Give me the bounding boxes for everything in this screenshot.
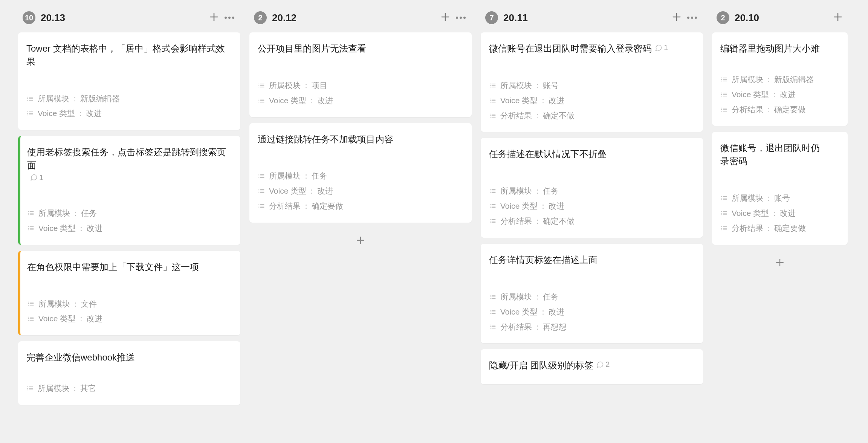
- list-icon: [258, 172, 265, 180]
- card-title: 编辑器里拖动图片大小难: [720, 42, 839, 55]
- card-fields: 所属模块：文件Voice 类型：改进: [27, 296, 232, 327]
- field-row: Voice 类型：改进: [27, 221, 232, 236]
- svg-point-150: [721, 109, 722, 110]
- field-separator: ：: [77, 311, 85, 326]
- field-value: 确定要做: [774, 102, 806, 117]
- task-card[interactable]: 任务描述在默认情况下不折叠所属模块：任务Voice 类型：改进分析结果：确定不做: [481, 138, 703, 237]
- card-title-text: 完善企业微信webhook推送: [26, 351, 135, 364]
- svg-point-32: [28, 317, 29, 318]
- task-card[interactable]: 隐藏/开启 团队级别的标签2: [481, 349, 703, 384]
- field-separator: ：: [770, 87, 778, 102]
- field-separator: ：: [765, 72, 773, 87]
- card-title: 微信账号，退出团队时仍录密码: [720, 142, 839, 168]
- svg-point-20: [28, 226, 29, 227]
- add-card-button[interactable]: [249, 229, 472, 252]
- card-fields: 所属模块：任务Voice 类型：改进分析结果：再想想: [489, 289, 695, 335]
- task-card[interactable]: 在角色权限中需要加上「下载文件」这一项所属模块：文件Voice 类型：改进: [18, 251, 240, 336]
- card-title-text: 编辑器里拖动图片大小难: [720, 42, 820, 55]
- list-icon: [489, 112, 497, 119]
- task-card[interactable]: 使用老标签搜索任务，点击标签还是跳转到搜索页面1所属模块：任务Voice 类型：…: [18, 136, 240, 244]
- column-header: 720.11: [481, 8, 703, 32]
- field-value: 确定要做: [774, 221, 806, 236]
- field-value: 新版编辑器: [80, 91, 120, 106]
- column-title[interactable]: 20.13: [41, 12, 209, 24]
- column-title[interactable]: 20.11: [503, 12, 671, 24]
- field-label: Voice 类型: [269, 183, 306, 199]
- kanban-board: 1020.13Tower 文档的表格中，「居中」格式会影响样式效果所属模块：新版…: [0, 0, 868, 443]
- task-card[interactable]: Tower 文档的表格中，「居中」格式会影响样式效果所属模块：新版编辑器Voic…: [18, 32, 240, 130]
- svg-point-104: [490, 204, 491, 205]
- svg-point-14: [28, 211, 29, 212]
- task-card[interactable]: 微信账号，退出团队时仍录密码所属模块：账号Voice 类型：改进分析结果：确定要…: [712, 132, 848, 244]
- card-fields: 所属模块：新版编辑器Voice 类型：改进: [26, 91, 232, 121]
- svg-point-24: [28, 229, 29, 230]
- card-title-text: 隐藏/开启 团队级别的标签: [489, 359, 593, 372]
- card-title-text-line2: 录密码: [720, 155, 747, 168]
- svg-point-8: [27, 112, 28, 112]
- field-value: 改进: [87, 311, 102, 326]
- field-label: 所属模块: [500, 78, 532, 93]
- more-icon[interactable]: [686, 15, 698, 20]
- field-separator: ：: [770, 206, 778, 221]
- card-title: 完善企业微信webhook推送: [26, 351, 232, 364]
- list-icon: [27, 209, 35, 217]
- task-card[interactable]: 完善企业微信webhook推送所属模块：其它: [18, 341, 240, 405]
- plus-icon[interactable]: [209, 12, 219, 24]
- field-value: 改进: [549, 199, 564, 214]
- comment-icon: 1: [655, 42, 668, 53]
- field-row: Voice 类型：改进: [258, 183, 463, 199]
- field-separator: ：: [533, 108, 541, 123]
- svg-point-152: [721, 111, 722, 112]
- list-icon: [489, 82, 497, 89]
- task-card[interactable]: 任务详情页标签在描述上面所属模块：任务Voice 类型：改进分析结果：再想想: [481, 244, 703, 343]
- card-title-text: 使用老标签搜索任务，点击标签还是跳转到搜索页面: [27, 146, 232, 172]
- svg-point-22: [28, 228, 29, 229]
- list-icon: [27, 225, 35, 232]
- plus-icon[interactable]: [833, 12, 843, 24]
- field-row: 所属模块：账号: [489, 78, 695, 93]
- field-value: 改进: [780, 206, 796, 221]
- column-actions: [209, 12, 236, 24]
- more-icon[interactable]: [223, 15, 236, 20]
- svg-point-6: [27, 100, 28, 101]
- task-card[interactable]: 通过链接跳转任务不加载项目内容所属模块：任务Voice 类型：改进分析结果：确定…: [249, 123, 472, 223]
- svg-point-156: [721, 198, 722, 199]
- task-card[interactable]: 编辑器里拖动图片大小难所属模块：新版编辑器Voice 类型：改进分析结果：确定要…: [712, 32, 848, 126]
- field-separator: ：: [72, 296, 79, 312]
- svg-point-50: [258, 87, 259, 87]
- field-row: 分析结果：确定要做: [720, 102, 839, 117]
- svg-point-96: [490, 117, 491, 118]
- svg-point-136: [721, 78, 722, 78]
- more-icon[interactable]: [454, 15, 467, 20]
- plus-icon[interactable]: [440, 12, 451, 24]
- svg-point-58: [258, 174, 259, 175]
- svg-point-12: [27, 115, 28, 116]
- svg-point-48: [258, 85, 259, 86]
- svg-point-54: [258, 100, 259, 101]
- svg-point-46: [258, 84, 259, 84]
- field-label: Voice 类型: [732, 206, 769, 221]
- svg-point-74: [258, 207, 259, 208]
- task-card[interactable]: 公开项目里的图片无法查看所属模块：项目Voice 类型：改进: [249, 32, 472, 117]
- field-row: 所属模块：新版编辑器: [720, 72, 839, 87]
- field-separator: ：: [71, 381, 79, 396]
- field-label: 分析结果: [732, 102, 763, 117]
- svg-point-132: [490, 328, 491, 329]
- field-value: 项目: [312, 78, 327, 93]
- card-fields: 所属模块：任务Voice 类型：改进: [27, 206, 232, 236]
- field-separator: ：: [302, 78, 310, 93]
- add-card-button[interactable]: [712, 251, 848, 274]
- svg-point-68: [258, 192, 259, 193]
- card-title-text: Tower 文档的表格中，「居中」格式会影响样式效果: [26, 42, 232, 69]
- list-icon: [258, 187, 265, 195]
- column-actions: [833, 12, 843, 24]
- task-card[interactable]: 微信账号在退出团队时需要输入登录密码1所属模块：账号Voice 类型：改进分析结…: [481, 32, 703, 132]
- svg-point-154: [721, 196, 722, 197]
- svg-point-106: [490, 206, 491, 206]
- card-title: 通过链接跳转任务不加载项目内容: [258, 133, 463, 146]
- field-row: 所属模块：新版编辑器: [26, 91, 232, 106]
- column-title[interactable]: 20.10: [735, 12, 833, 24]
- column-title[interactable]: 20.12: [272, 12, 440, 24]
- plus-icon[interactable]: [671, 12, 682, 24]
- svg-point-130: [490, 326, 491, 327]
